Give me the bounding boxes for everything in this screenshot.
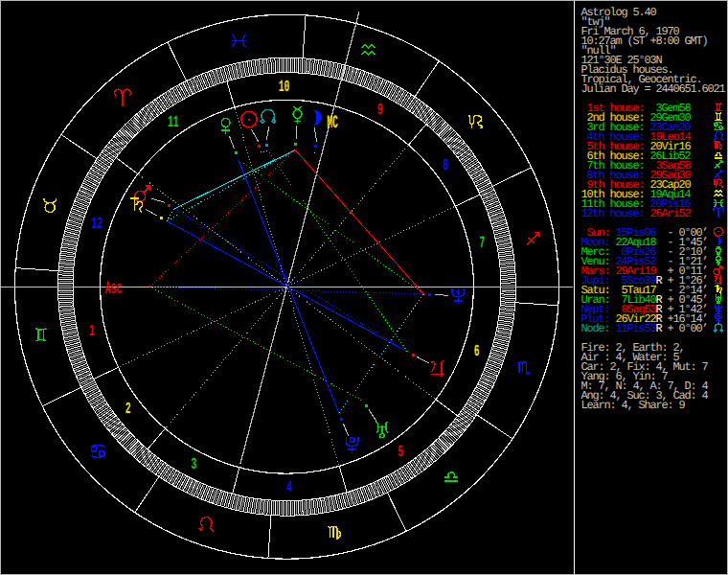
- svg-text:11: 11: [168, 114, 179, 132]
- svg-text:11Pis53: 11Pis53: [616, 322, 657, 335]
- svg-text:Julian Day = 2440651.6021: Julian Day = 2440651.6021: [581, 82, 726, 96]
- svg-text:MC: MC: [327, 112, 338, 133]
- svg-text:6: 6: [474, 343, 480, 361]
- svg-text:R: R: [656, 274, 663, 288]
- svg-text:10: 10: [279, 79, 290, 97]
- svg-text:2: 2: [125, 401, 131, 419]
- svg-text:9: 9: [377, 102, 383, 120]
- svg-text:12th house:: 12th house:: [581, 207, 645, 220]
- svg-text:5: 5: [398, 444, 403, 462]
- svg-text:7: 7: [479, 235, 485, 253]
- svg-text:1: 1: [89, 323, 95, 341]
- svg-text:26Ari52: 26Ari52: [650, 207, 692, 220]
- svg-text:Learn: 4, Share: 9: Learn: 4, Share: 9: [581, 399, 686, 412]
- svg-text:Node:: Node:: [581, 322, 610, 335]
- svg-text:8: 8: [443, 157, 448, 175]
- svg-text:4: 4: [286, 479, 292, 497]
- svg-text:Asc: Asc: [105, 278, 122, 299]
- svg-text:+ 0°00’: + 0°00’: [668, 322, 708, 335]
- svg-text:12: 12: [92, 216, 103, 234]
- svg-text:R: R: [656, 322, 663, 335]
- svg-text:3: 3: [191, 456, 196, 474]
